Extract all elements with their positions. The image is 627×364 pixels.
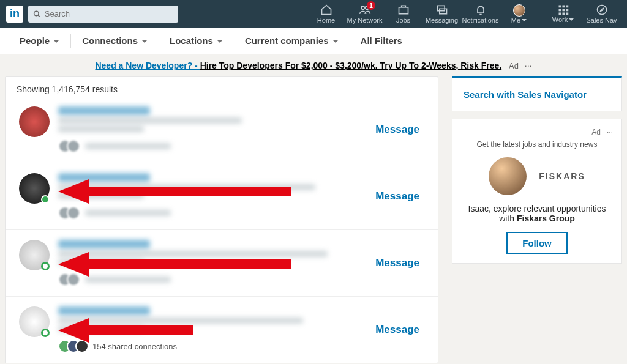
result-name[interactable] [58,173,150,182]
caret-down-icon [522,19,527,24]
result-headline [58,251,328,257]
svg-rect-10 [558,9,561,12]
ad-tag: Ad [591,128,601,136]
result-row: Message [6,230,438,297]
svg-point-2 [361,6,364,9]
sales-navigator-button[interactable]: Search with Sales Navigator [452,76,622,111]
nav-messaging[interactable]: Messaging [422,4,461,24]
grid-icon [558,4,569,15]
ad-brand: FISKARS [539,171,585,181]
result-row: 154 shared connections Message [6,297,438,363]
message-button[interactable]: Message [375,324,419,336]
presence-indicator-mobile [41,329,50,337]
result-location [58,193,144,199]
svg-rect-9 [566,6,568,8]
message-button[interactable]: Message [375,257,419,269]
svg-rect-4 [399,7,408,14]
shared-connections[interactable] [58,139,375,153]
compass-icon [596,4,608,16]
result-name[interactable] [58,106,150,115]
linkedin-logo[interactable]: in [6,6,23,23]
svg-rect-11 [562,9,565,12]
svg-point-0 [34,11,39,15]
home-icon [320,4,332,16]
search-icon [33,10,41,18]
result-name[interactable] [58,306,150,315]
svg-rect-14 [562,13,565,15]
result-row: Message [6,163,438,230]
svg-rect-12 [566,9,568,12]
svg-rect-7 [558,6,561,8]
top-nav: in Home 1 My Network Jobs Messaging Noti… [0,0,627,28]
nav-me[interactable]: Me [500,4,538,24]
presence-indicator-online [41,195,50,204]
svg-point-16 [597,6,606,15]
nav-notifications[interactable]: Notifications [461,4,500,24]
shared-connections[interactable]: 154 shared connections [58,340,375,353]
nav-jobs[interactable]: Jobs [384,4,422,24]
caret-down-icon [569,18,574,23]
result-headline [58,318,303,324]
result-row: Message [6,97,438,163]
ad-subtitle: Get the latest jobs and industry news [461,140,613,149]
ad-banner: Need a New Developer? - Hire Top Develop… [0,54,627,76]
filter-companies[interactable]: Current companies [234,35,350,46]
result-avatar[interactable] [19,240,50,270]
presence-indicator-mobile [41,262,50,270]
me-avatar [513,4,525,17]
result-location [58,326,144,332]
ad-menu[interactable]: ··· [607,128,613,136]
nav-items: Home 1 My Network Jobs Messaging Notific… [307,4,621,24]
search-input[interactable] [45,9,173,18]
ad-menu[interactable]: ··· [525,61,532,70]
result-avatar[interactable] [19,306,50,337]
network-badge: 1 [367,1,375,10]
messaging-icon [436,4,448,16]
ad-link[interactable]: Need a New Developer? - Hire Top Develop… [95,61,501,70]
nav-sales[interactable]: Sales Nav [582,4,621,24]
filter-all[interactable]: All Filters [350,35,413,46]
sidebar-ad: Ad ··· Get the latest jobs and industry … [452,119,622,264]
result-location [58,126,144,132]
svg-rect-15 [566,13,568,15]
filter-connections[interactable]: Connections [71,35,159,46]
shared-connections-label: 154 shared connections [92,342,177,351]
jobs-icon [397,4,410,16]
result-location [58,259,144,266]
filter-locations[interactable]: Locations [159,35,234,46]
shared-connections[interactable] [58,206,375,220]
nav-home[interactable]: Home [307,4,345,24]
search-box[interactable] [28,6,178,23]
svg-line-1 [38,15,40,17]
filter-bar: People Connections Locations Current com… [0,28,627,54]
message-button[interactable]: Message [375,124,419,136]
follow-button[interactable]: Follow [506,232,568,254]
results-count: Showing 1,416,754 results [6,77,438,97]
nav-network[interactable]: 1 My Network [345,4,384,24]
filter-people[interactable]: People [9,35,70,46]
bell-icon [475,4,487,16]
ad-tag: Ad [509,61,519,70]
nav-work[interactable]: Work [544,4,582,23]
shared-connections[interactable] [58,273,375,286]
result-name[interactable] [58,240,150,248]
ad-explore-text: Isaac, explore relevant opportunities wi… [461,204,613,223]
svg-rect-13 [558,13,561,15]
svg-rect-8 [562,6,565,8]
message-button[interactable]: Message [375,190,419,202]
ad-face [489,157,527,195]
result-avatar[interactable] [19,173,50,204]
result-avatar[interactable] [19,106,50,137]
result-headline [58,184,315,190]
result-headline [58,117,242,124]
results-panel: Showing 1,416,754 results Message [5,76,438,363]
